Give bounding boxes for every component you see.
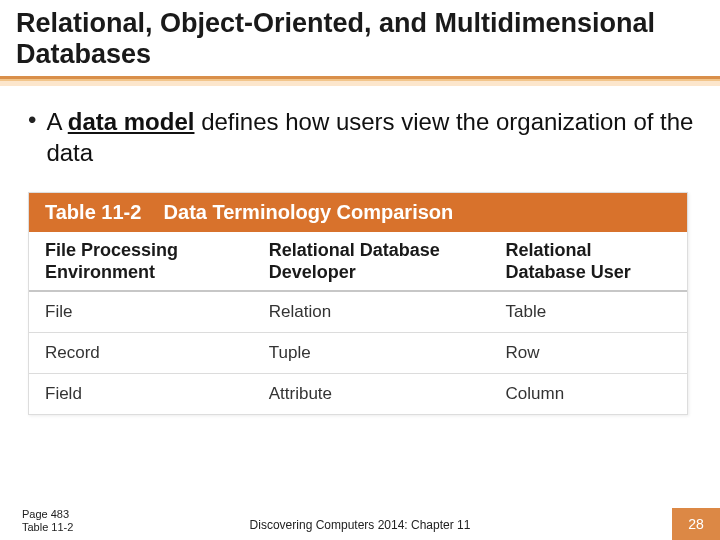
- table-cell: Record: [29, 332, 253, 373]
- table-cell: File: [29, 291, 253, 333]
- footer-center: Discovering Computers 2014: Chapter 11: [0, 518, 720, 532]
- table-title: Data Terminology Comparison: [164, 201, 454, 223]
- slide-footer: Page 483 Table 11-2 Discovering Computer…: [0, 500, 720, 540]
- table-cell: Column: [490, 373, 687, 414]
- table-cell: Relation: [253, 291, 490, 333]
- column-header: Relational Database User: [490, 232, 687, 290]
- table-cell: Table: [490, 291, 687, 333]
- bullet-prefix: A: [46, 108, 67, 135]
- slide-title: Relational, Object-Oriented, and Multidi…: [16, 8, 704, 70]
- bullet-term: data model: [68, 108, 195, 135]
- comparison-table: Table 11-2 Data Terminology Comparison F…: [28, 192, 688, 414]
- table-row: Field Attribute Column: [29, 373, 687, 414]
- table-row: Record Tuple Row: [29, 332, 687, 373]
- table-row: File Relation Table: [29, 291, 687, 333]
- bullet-item: • A data model defines how users view th…: [28, 106, 696, 168]
- table-number: Table 11-2: [45, 201, 141, 223]
- table-cell: Row: [490, 332, 687, 373]
- column-header: File Processing Environment: [29, 232, 253, 290]
- slide-body: • A data model defines how users view th…: [0, 86, 720, 415]
- bullet-text: A data model defines how users view the …: [46, 106, 696, 168]
- title-rule: [0, 76, 720, 86]
- data-table: File Processing Environment Relational D…: [29, 232, 687, 413]
- slide-title-block: Relational, Object-Oriented, and Multidi…: [0, 0, 720, 74]
- table-cell: Field: [29, 373, 253, 414]
- slide-number: 28: [672, 508, 720, 540]
- column-header: Relational Database Developer: [253, 232, 490, 290]
- table-cell: Tuple: [253, 332, 490, 373]
- table-cell: Attribute: [253, 373, 490, 414]
- table-header-row: File Processing Environment Relational D…: [29, 232, 687, 290]
- table-header-bar: Table 11-2 Data Terminology Comparison: [29, 193, 687, 232]
- bullet-marker: •: [28, 106, 36, 135]
